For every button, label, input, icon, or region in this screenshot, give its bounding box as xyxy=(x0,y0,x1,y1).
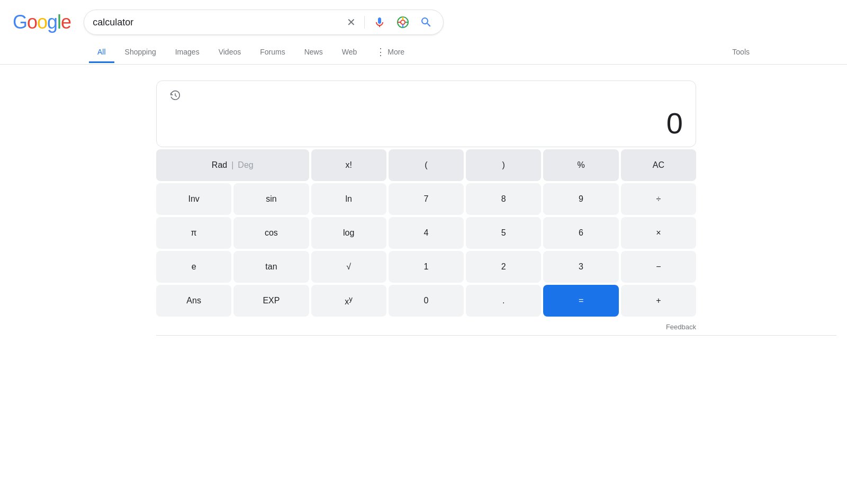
power-button[interactable]: xy xyxy=(311,285,386,317)
more-button[interactable]: ⋮ More xyxy=(367,41,413,65)
clear-button[interactable]: ✕ xyxy=(345,14,358,31)
seven-button[interactable]: 7 xyxy=(389,183,464,215)
tan-button[interactable]: tan xyxy=(233,251,309,283)
logo-g: G xyxy=(13,11,27,33)
log-button[interactable]: log xyxy=(311,217,386,249)
more-label: More xyxy=(388,48,404,56)
more-dots-icon: ⋮ xyxy=(376,46,385,58)
divide-button[interactable]: ÷ xyxy=(621,183,696,215)
clear-icon: ✕ xyxy=(347,16,356,29)
tab-images[interactable]: Images xyxy=(167,42,208,63)
mic-icon xyxy=(373,16,386,29)
six-button[interactable]: 6 xyxy=(543,217,618,249)
history-icon[interactable] xyxy=(169,89,683,104)
rad-deg-button[interactable]: Rad | Deg xyxy=(156,149,309,181)
tab-forums[interactable]: Forums xyxy=(251,42,293,63)
sin-button[interactable]: sin xyxy=(233,183,309,215)
tools-button[interactable]: Tools xyxy=(724,42,758,63)
search-bar: ✕ xyxy=(84,10,444,35)
calc-display: 0 xyxy=(156,80,696,147)
logo-g2: g xyxy=(47,11,57,33)
zero-button[interactable]: 0 xyxy=(389,285,464,317)
sqrt-button[interactable]: √ xyxy=(311,251,386,283)
percent-button[interactable]: % xyxy=(543,149,618,181)
two-button[interactable]: 2 xyxy=(466,251,541,283)
eight-button[interactable]: 8 xyxy=(466,183,541,215)
factorial-button[interactable]: x! xyxy=(311,149,386,181)
svg-point-1 xyxy=(401,20,405,24)
bottom-divider xyxy=(156,335,836,336)
header: Google ✕ xyxy=(0,0,847,40)
rad-deg-separator: | xyxy=(231,160,233,170)
calc-buttons: Rad | Deg x! ( ) % AC Inv sin ln 7 8 9 ÷… xyxy=(156,149,696,317)
five-button[interactable]: 5 xyxy=(466,217,541,249)
lens-icon xyxy=(397,16,409,29)
google-logo[interactable]: Google xyxy=(13,11,71,33)
ln-button[interactable]: ln xyxy=(311,183,386,215)
logo-o1: o xyxy=(27,11,37,33)
calculator-widget: 0 Rad | Deg x! ( ) % AC Inv sin ln 7 8 9… xyxy=(156,80,696,331)
feedback-row: Feedback xyxy=(156,317,696,331)
search-icons: ✕ xyxy=(345,14,435,31)
search-icon xyxy=(420,16,432,29)
icon-divider xyxy=(364,16,365,29)
four-button[interactable]: 4 xyxy=(389,217,464,249)
voice-search-button[interactable] xyxy=(371,14,388,31)
deg-label: Deg xyxy=(238,160,253,170)
lens-search-button[interactable] xyxy=(394,14,411,31)
pi-button[interactable]: π xyxy=(156,217,231,249)
one-button[interactable]: 1 xyxy=(389,251,464,283)
ac-button[interactable]: AC xyxy=(621,149,696,181)
nine-button[interactable]: 9 xyxy=(543,183,618,215)
cos-button[interactable]: cos xyxy=(233,217,309,249)
search-input[interactable] xyxy=(93,17,339,28)
feedback-link[interactable]: Feedback xyxy=(666,323,696,331)
decimal-button[interactable]: . xyxy=(466,285,541,317)
tab-all[interactable]: All xyxy=(89,42,114,63)
three-button[interactable]: 3 xyxy=(543,251,618,283)
search-button[interactable] xyxy=(418,14,435,31)
inv-button[interactable]: Inv xyxy=(156,183,231,215)
logo-o2: o xyxy=(37,11,47,33)
multiply-button[interactable]: × xyxy=(621,217,696,249)
subtract-button[interactable]: − xyxy=(621,251,696,283)
e-button[interactable]: e xyxy=(156,251,231,283)
close-paren-button[interactable]: ) xyxy=(466,149,541,181)
add-button[interactable]: + xyxy=(621,285,696,317)
ans-button[interactable]: Ans xyxy=(156,285,231,317)
nav-tabs: All Shopping Images Videos Forums News W… xyxy=(0,40,847,65)
open-paren-button[interactable]: ( xyxy=(389,149,464,181)
exp-button[interactable]: EXP xyxy=(233,285,309,317)
calc-result: 0 xyxy=(169,106,683,140)
tab-shopping[interactable]: Shopping xyxy=(116,42,165,63)
logo-e: e xyxy=(61,11,71,33)
equals-button[interactable]: = xyxy=(543,285,618,317)
tab-news[interactable]: News xyxy=(296,42,331,63)
tab-videos[interactable]: Videos xyxy=(210,42,250,63)
tab-web[interactable]: Web xyxy=(334,42,366,63)
rad-label: Rad xyxy=(212,160,227,170)
logo-l: l xyxy=(57,11,61,33)
